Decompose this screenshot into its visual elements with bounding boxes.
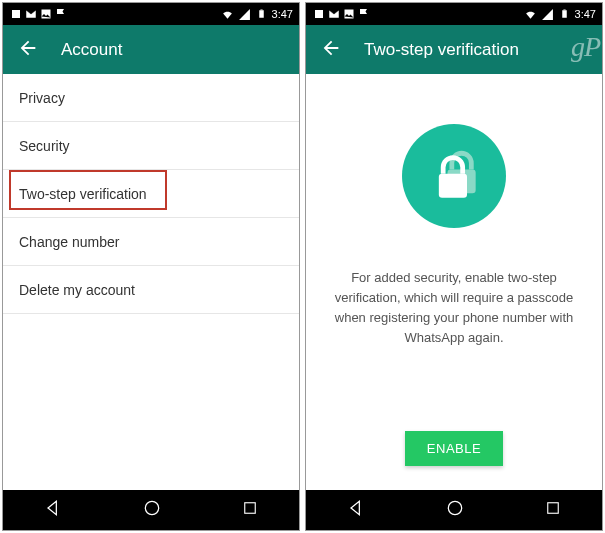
svg-point-4 <box>145 501 158 514</box>
list-label: Privacy <box>19 90 65 106</box>
list-item-change-number[interactable]: Change number <box>3 218 299 266</box>
status-right-icons: 3:47 <box>221 8 293 21</box>
nav-back-icon[interactable] <box>43 498 63 522</box>
nav-bar <box>306 490 602 530</box>
phone-left: 3:47 Account Privacy Security Two-step v… <box>2 2 300 531</box>
list-label: Two-step verification <box>19 186 147 202</box>
status-left-icons <box>9 8 67 21</box>
back-icon[interactable] <box>320 37 342 63</box>
enable-button[interactable]: ENABLE <box>405 431 503 466</box>
svg-rect-3 <box>260 10 262 11</box>
nav-recent-icon[interactable] <box>544 499 562 521</box>
description-text: For added security, enable two-step veri… <box>328 268 580 349</box>
svg-rect-2 <box>259 10 264 18</box>
two-step-content: For added security, enable two-step veri… <box>306 74 602 490</box>
list-item-two-step[interactable]: Two-step verification <box>3 170 299 218</box>
nav-home-icon[interactable] <box>445 498 465 522</box>
page-title: Two-step verification <box>364 40 519 60</box>
signal-icon <box>541 8 554 21</box>
list-label: Change number <box>19 234 119 250</box>
list-item-privacy[interactable]: Privacy <box>3 74 299 122</box>
signal-icon <box>238 8 251 21</box>
list-label: Delete my account <box>19 282 135 298</box>
wifi-icon <box>221 8 234 21</box>
svg-rect-13 <box>548 503 559 514</box>
flag-icon <box>54 8 67 21</box>
svg-rect-9 <box>563 10 565 11</box>
back-icon[interactable] <box>17 37 39 63</box>
page-title: Account <box>61 40 122 60</box>
account-list: Privacy Security Two-step verification C… <box>3 74 299 490</box>
app-bar: Account <box>3 25 299 74</box>
nav-home-icon[interactable] <box>142 498 162 522</box>
status-left-icons <box>312 8 370 21</box>
wifi-icon <box>524 8 537 21</box>
nav-back-icon[interactable] <box>346 498 366 522</box>
mail-icon <box>24 8 37 21</box>
status-time: 3:47 <box>272 8 293 20</box>
svg-point-12 <box>448 501 461 514</box>
status-right-icons: 3:47 <box>524 8 596 21</box>
status-bar: 3:47 <box>306 3 602 25</box>
status-bar: 3:47 <box>3 3 299 25</box>
image-icon <box>342 8 355 21</box>
phone-right: 3:47 Two-step verification gP For added … <box>305 2 603 531</box>
image-icon <box>39 8 52 21</box>
flag-icon <box>357 8 370 21</box>
list-label: Security <box>19 138 70 154</box>
nav-bar <box>3 490 299 530</box>
nav-recent-icon[interactable] <box>241 499 259 521</box>
notif-icon <box>312 8 325 21</box>
svg-rect-8 <box>562 10 567 18</box>
lock-circle <box>402 124 506 228</box>
battery-icon <box>255 8 268 21</box>
lock-icon <box>428 150 480 202</box>
status-time: 3:47 <box>575 8 596 20</box>
svg-rect-11 <box>439 174 467 198</box>
watermark: gP <box>571 31 600 63</box>
battery-icon <box>558 8 571 21</box>
svg-rect-0 <box>12 10 20 18</box>
svg-rect-6 <box>315 10 323 18</box>
enable-label: ENABLE <box>427 441 481 456</box>
mail-icon <box>327 8 340 21</box>
app-bar: Two-step verification gP <box>306 25 602 74</box>
notif-icon <box>9 8 22 21</box>
list-item-delete-account[interactable]: Delete my account <box>3 266 299 314</box>
svg-rect-5 <box>245 503 256 514</box>
list-item-security[interactable]: Security <box>3 122 299 170</box>
